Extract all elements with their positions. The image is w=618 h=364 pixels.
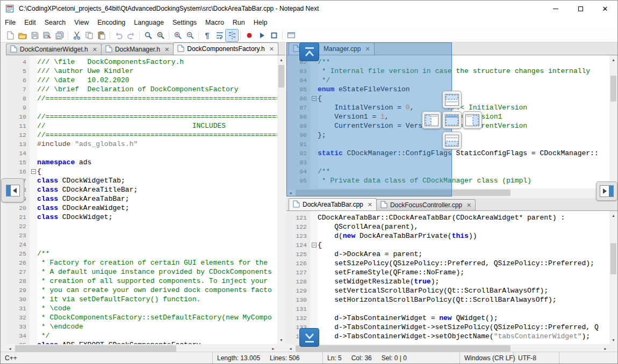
tab-close-icon[interactable]: ✕ [164,47,169,53]
menu-item-edit[interactable]: Edit [20,18,40,27]
scrollbar-thumb[interactable] [610,76,616,101]
indent-guide-button[interactable] [226,30,238,41]
menu-item-help[interactable]: Help [249,18,272,27]
cut-button[interactable] [70,30,83,41]
scrollbar-thumb[interactable] [296,345,511,352]
menu-item-view[interactable]: View [70,18,93,27]
code-line[interactable]: 21class CDockWidget; [6,213,277,222]
code-line[interactable]: 23 [6,231,277,240]
scroll-up-icon[interactable]: ▲ [609,211,617,220]
replace-button[interactable] [154,30,167,41]
zoom-out-button[interactable] [184,30,196,41]
vertical-scrollbar[interactable]: ▲ ▼ [609,211,617,344]
code-line[interactable]: 30 * it via setDefaultFactory() function… [6,295,277,304]
drop-indicator-bottom[interactable] [442,132,462,149]
macro-record-button[interactable] [243,30,255,41]
code-line[interactable]: 25/** [6,249,277,258]
scrollbar-thumb[interactable] [15,345,176,352]
show-all-characters-button[interactable]: ¶ [201,30,213,41]
code-line[interactable]: 134 d->TabsContainerWidget->setObjectNam… [286,332,609,341]
scroll-up-icon[interactable]: ▲ [277,55,285,64]
code-line[interactable]: 15namespace ads [6,158,277,167]
copy-button[interactable] [83,30,95,41]
new-file-button[interactable] [4,30,16,41]
code-line[interactable]: 34 */ [6,331,277,340]
fold-collapse-icon[interactable] [312,243,317,247]
code-line[interactable]: 12//====================================… [6,130,277,140]
autohide-bottom-indicator[interactable] [299,328,319,347]
code-line[interactable]: 20class CDockAreaWidget; [6,203,277,213]
code-line[interactable]: 9 [6,103,277,112]
code-line[interactable]: 13#include "ads_globals.h" [6,140,277,149]
code-line[interactable]: 19class CDockAreaTabBar; [6,194,277,203]
code-line[interactable]: 16{ [6,167,277,176]
scroll-up-icon[interactable]: ▲ [609,55,617,64]
find-button[interactable] [142,30,154,41]
macro-stop-button[interactable] [268,30,280,41]
autohide-top-indicator[interactable] [299,42,319,61]
redo-button[interactable] [125,30,137,41]
code-line[interactable]: 124{ [286,241,609,250]
code-line[interactable]: 18class CDockAreaTitleBar; [6,185,277,194]
autohide-left-indicator[interactable] [1,178,24,202]
code-line[interactable]: 14 [6,149,277,158]
drop-indicator-top[interactable] [442,91,462,108]
code-line[interactable]: 4/// \file DockComponentsFactory.h [6,57,277,67]
code-line[interactable]: 5/// \author Uwe Kindler [6,67,277,76]
titlebar[interactable]: C:\CodingXP\cetoni_projects_64bit\QtAdva… [1,1,617,17]
vertical-scrollbar[interactable]: ▲ ▼ [277,55,285,344]
paste-button[interactable] [95,30,107,41]
code-line[interactable]: 27 * A default unique instance provided … [6,267,277,276]
code-line[interactable]: 129 setVerticalScrollBarPolicy(Qt::Scrol… [286,286,609,295]
tab-dockfocuscontroller-cpp[interactable]: DockFocusController.cpp ✕ [376,199,476,210]
code-line[interactable]: 122 QScrollArea(parent), [286,222,609,231]
fold-collapse-icon[interactable] [31,169,36,174]
save-all-button[interactable] [53,30,66,41]
code-line[interactable]: 126 setSizePolicy(QSizePolicy::Preferred… [286,259,609,268]
drop-indicator-center[interactable] [442,111,462,129]
scroll-down-icon[interactable]: ▼ [609,336,617,344]
status-encoding[interactable]: UTF-8 [514,352,559,363]
scrollbar-thumb[interactable] [278,65,284,88]
menu-item-search[interactable]: Search [40,18,70,27]
status-eol-format[interactable]: Windows (CR LF) [460,352,514,363]
maximize-button[interactable] [568,1,593,17]
code-line[interactable]: 33 * \endcode [6,322,277,331]
code-line[interactable]: 131 [286,304,609,314]
menu-item-language[interactable]: Language [130,18,168,27]
code-line[interactable]: 132 d->TabsContainerWidget = new QWidget… [286,314,609,323]
code-line[interactable]: 125 d->DockArea = parent; [286,250,609,259]
tab-dockcontainerwidget-h[interactable]: DockContainerWidget.h ✕ [6,43,102,55]
code-line[interactable]: 29 * you can create your own derived doc… [6,286,277,295]
code-line[interactable]: 35class ADS_EXPORT CDockComponentsFactor… [6,340,277,344]
open-file-button[interactable] [16,30,28,41]
tab-close-icon[interactable]: ✕ [466,202,471,208]
menu-item-file[interactable]: File [1,18,20,27]
autohide-right-indicator[interactable] [596,181,617,201]
code-line[interactable]: 11// INCLUDES [6,121,277,130]
code-line[interactable]: 6/// \date 10.02.2020 [6,76,277,85]
menu-item-settings[interactable]: Settings [168,18,201,27]
menu-item-encoding[interactable]: Encoding [93,18,130,27]
vertical-scrollbar[interactable]: ▲ ▼ [609,55,617,188]
menu-item-macro[interactable]: Macro [201,18,228,27]
save-button[interactable] [28,30,41,41]
code-editor-left[interactable]: 4/// \file DockComponentsFactory.h5/// \… [6,55,277,344]
tab-close-icon[interactable]: ✕ [92,47,97,53]
tab-dockareatabbar-cpp[interactable]: DockAreaTabBar.cpp ✕ [289,198,377,210]
code-line[interactable]: 130 setHorizontalScrollBarPolicy(Qt::Scr… [286,295,609,304]
minimize-button[interactable] [543,1,568,17]
macro-play-button[interactable] [255,30,268,41]
zoom-in-button[interactable] [171,30,184,41]
tab-close-icon[interactable]: ✕ [269,46,274,52]
code-line[interactable]: 128 setWidgetResizable(true); [286,277,609,286]
drop-indicator-left[interactable] [422,111,441,129]
tab-dockmanager-h[interactable]: DockManager.h ✕ [101,43,174,55]
code-line[interactable]: 123 d(new DockAreaTabBarPrivate(this)) [286,231,609,241]
close-button[interactable]: ✕ [593,1,617,17]
code-editor-bottom-right[interactable]: 121CDockAreaTabBar::CDockAreaTabBar(CDoc… [286,211,609,344]
menu-item-run[interactable]: Run [228,18,249,27]
code-line[interactable]: 7/// \brief Declaration of DockComponent… [6,85,277,94]
code-line[interactable]: 24 [6,240,277,249]
undo-button[interactable] [112,30,125,41]
